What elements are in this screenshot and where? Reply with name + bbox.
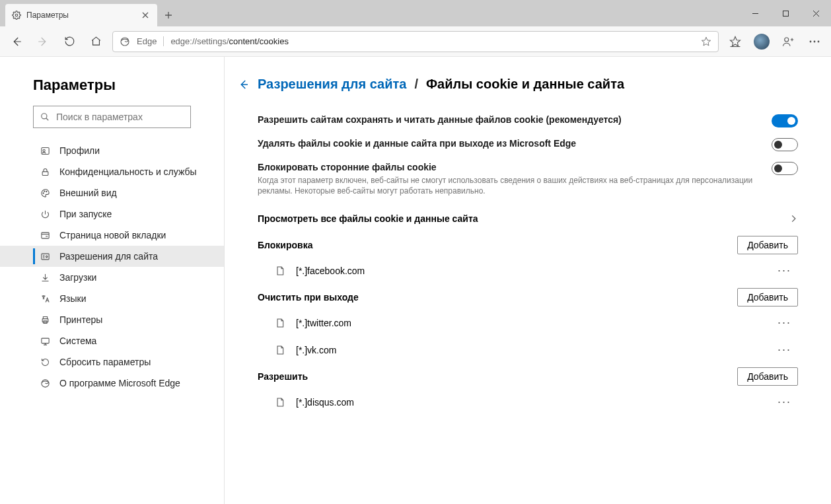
favorite-star-icon[interactable] xyxy=(701,36,711,47)
profile-icon xyxy=(40,146,50,156)
site-more-button[interactable]: ··· xyxy=(774,264,795,277)
svg-rect-19 xyxy=(42,318,48,322)
system-icon xyxy=(40,336,50,346)
menu-button[interactable] xyxy=(802,29,827,54)
gear-icon xyxy=(12,11,21,20)
breadcrumb: Разрешения для сайта / Файлы cookie и да… xyxy=(238,77,798,92)
svg-point-11 xyxy=(43,149,45,151)
breadcrumb-separator: / xyxy=(414,77,418,92)
nav-site-permissions[interactable]: Разрешения для сайта xyxy=(0,246,224,267)
setting-allow-cookies: Разрешить сайтам сохранять и читать данн… xyxy=(258,109,798,133)
reset-icon xyxy=(40,357,50,367)
svg-rect-16 xyxy=(41,233,48,238)
collections-button[interactable] xyxy=(776,29,801,54)
nav-privacy[interactable]: Конфиденциальность и службы xyxy=(0,161,224,182)
maximize-button[interactable] xyxy=(770,0,801,26)
nav-system[interactable]: Система xyxy=(0,330,224,351)
section-allow-header: Разрешить Добавить xyxy=(258,367,798,386)
site-more-button[interactable]: ··· xyxy=(774,316,795,330)
address-identity: Edge xyxy=(137,36,164,46)
lock-icon xyxy=(40,167,50,177)
toggle-delete-on-exit[interactable] xyxy=(772,138,798,151)
clear-site-row: [*.]twitter.com ··· xyxy=(238,309,798,336)
nav-profiles[interactable]: Профили xyxy=(0,140,224,161)
toggle-allow-cookies[interactable] xyxy=(772,114,798,127)
address-url: edge://settings/content/cookies xyxy=(170,36,694,46)
svg-rect-12 xyxy=(42,171,48,175)
tab-title: Параметры xyxy=(26,11,135,20)
new-tab-button[interactable] xyxy=(157,4,180,26)
nav-newtab[interactable]: Страница новой вкладки xyxy=(0,225,224,246)
window-controls xyxy=(740,0,831,26)
nav-downloads[interactable]: Загрузки xyxy=(0,267,224,288)
svg-rect-21 xyxy=(41,338,48,343)
view-all-cookies-link[interactable]: Просмотреть все файлы cookie и данные са… xyxy=(258,205,798,232)
section-clear-header: Очистить при выходе Добавить xyxy=(258,288,798,306)
svg-point-13 xyxy=(43,192,44,193)
settings-title: Параметры xyxy=(0,77,224,106)
svg-point-8 xyxy=(818,40,820,42)
clear-site-row: [*.]vk.com ··· xyxy=(238,336,798,363)
breadcrumb-back-button[interactable] xyxy=(238,79,250,90)
search-icon xyxy=(40,112,50,122)
page-icon xyxy=(275,397,285,408)
language-icon xyxy=(40,294,50,304)
download-icon xyxy=(40,273,50,283)
svg-marker-4 xyxy=(731,36,741,46)
toolbar: Edge edge://settings/content/cookies xyxy=(0,26,831,57)
svg-point-5 xyxy=(785,38,789,42)
palette-icon xyxy=(40,188,50,198)
page-icon xyxy=(275,318,285,328)
setting-delete-on-exit: Удалять файлы cookie и данные сайта при … xyxy=(258,133,798,157)
add-clear-button[interactable]: Добавить xyxy=(737,288,798,306)
settings-main: Разрешения для сайта / Файлы cookie и да… xyxy=(225,57,831,504)
close-tab-button[interactable] xyxy=(140,10,151,20)
browser-tab[interactable]: Параметры xyxy=(5,4,157,26)
permissions-icon xyxy=(40,252,50,262)
breadcrumb-current: Файлы cookie и данные сайта xyxy=(426,77,624,92)
nav-onstartup[interactable]: При запуске xyxy=(0,203,224,225)
svg-point-15 xyxy=(46,191,46,192)
avatar xyxy=(754,34,770,50)
title-bar: Параметры xyxy=(0,0,831,26)
printer-icon xyxy=(40,315,50,325)
address-bar[interactable]: Edge edge://settings/content/cookies xyxy=(112,31,719,52)
site-more-button[interactable]: ··· xyxy=(774,343,795,357)
content: Параметры Профили Конфиденциальность и с… xyxy=(0,57,831,504)
edge-icon xyxy=(120,36,130,47)
profile-button[interactable] xyxy=(749,29,774,54)
setting-block-thirdparty: Блокировать сторонние файлы cookie Когда… xyxy=(258,157,798,201)
site-more-button[interactable]: ··· xyxy=(774,395,795,409)
svg-rect-1 xyxy=(783,11,788,16)
settings-search-input[interactable] xyxy=(56,112,184,122)
nav-reset[interactable]: Сбросить параметры xyxy=(0,351,224,373)
power-icon xyxy=(40,209,50,219)
svg-point-6 xyxy=(810,40,812,42)
settings-search[interactable] xyxy=(33,106,191,128)
svg-point-14 xyxy=(44,191,44,192)
chevron-right-icon xyxy=(789,214,798,223)
nav-languages[interactable]: Языки xyxy=(0,288,224,309)
favorites-button[interactable] xyxy=(723,29,748,54)
minimize-button[interactable] xyxy=(740,0,770,26)
newtab-icon xyxy=(40,231,50,240)
home-button[interactable] xyxy=(83,29,108,54)
page-icon xyxy=(275,266,285,276)
settings-sidebar: Параметры Профили Конфиденциальность и с… xyxy=(0,57,225,504)
block-site-row: [*.]facebook.com ··· xyxy=(238,257,798,284)
add-allow-button[interactable]: Добавить xyxy=(737,367,798,386)
svg-point-9 xyxy=(42,114,47,119)
svg-marker-3 xyxy=(702,37,710,46)
svg-point-7 xyxy=(814,40,816,42)
nav-appearance[interactable]: Внешний вид xyxy=(0,182,224,203)
back-button[interactable] xyxy=(4,29,29,54)
refresh-button[interactable] xyxy=(57,29,82,54)
close-window-button[interactable] xyxy=(801,0,831,26)
edge-logo-icon xyxy=(40,378,50,388)
nav-about[interactable]: О программе Microsoft Edge xyxy=(0,373,224,394)
svg-point-18 xyxy=(46,256,48,258)
nav-printers[interactable]: Принтеры xyxy=(0,309,224,330)
breadcrumb-parent-link[interactable]: Разрешения для сайта xyxy=(258,77,406,92)
add-block-button[interactable]: Добавить xyxy=(737,236,798,254)
toggle-block-thirdparty[interactable] xyxy=(772,162,798,175)
